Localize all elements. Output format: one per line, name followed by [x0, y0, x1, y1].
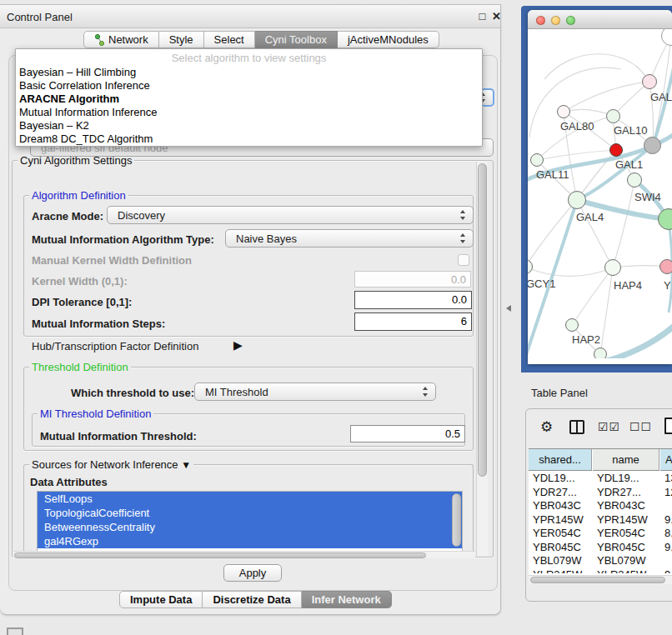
node-hap4[interactable] [604, 259, 621, 276]
algorithm-option[interactable]: Mutual Information Inference [16, 106, 482, 119]
table-row[interactable]: YBR045C YBR045C 9. [529, 541, 672, 555]
algorithm-option[interactable]: Bayesian – Hill Climbing [16, 66, 482, 79]
cell-shared-name: YBR043C [529, 499, 592, 513]
node[interactable] [659, 259, 672, 274]
node-gal10[interactable] [606, 109, 620, 123]
tab-infer-network[interactable]: Infer Network [302, 591, 392, 608]
table-row[interactable]: YBL079W YBL079W [529, 554, 672, 568]
tab-style[interactable]: Style [159, 31, 204, 48]
expanded-arrow-icon[interactable]: ▼ [181, 459, 191, 471]
cell-name: YPR145W [593, 513, 659, 528]
data-attributes-list: SelfLoops TopologicalCoefficient Between… [37, 491, 463, 552]
tab-jactivemnodules[interactable]: jActiveMNodules [338, 31, 439, 48]
tab-label: Impute Data [130, 593, 192, 606]
node[interactable] [644, 137, 661, 154]
attribute-item[interactable]: gal4RGexp [38, 534, 462, 548]
table-hscrollbar-thumb[interactable] [530, 577, 665, 583]
table-panel-title: Table Panel [531, 387, 588, 399]
settings-hscrollbar-thumb[interactable] [14, 552, 426, 558]
file-icon[interactable] [664, 418, 672, 434]
close-icon[interactable]: ✕ [490, 10, 503, 22]
apply-button[interactable]: Apply [223, 564, 282, 582]
node-swi4[interactable] [627, 172, 642, 188]
column-header-name[interactable]: name [593, 449, 659, 471]
node-hap2[interactable] [565, 318, 579, 332]
table-row[interactable]: YDL19... YDL19... 13 [529, 472, 672, 486]
cell-name: YDR27... [593, 486, 659, 500]
aracne-mode-combo[interactable]: Discovery [107, 206, 474, 224]
mi-threshold-group-title: MI Threshold Definition [38, 408, 153, 420]
float-icon[interactable]: □ [476, 10, 489, 22]
node-label: HAP2 [572, 333, 600, 346]
dock-panel-icon[interactable] [7, 628, 23, 635]
settings-horizontal-scrollbar[interactable] [13, 551, 475, 558]
attribute-item[interactable]: SelfLoops [38, 492, 462, 506]
tab-impute-data[interactable]: Impute Data [119, 591, 203, 608]
cell-shared-name: YDR27... [529, 486, 592, 500]
network-window-titlebar [528, 10, 672, 29]
algorithm-option[interactable]: Basic Correlation Inference [16, 79, 482, 92]
deselect-all-columns-icon[interactable]: ☐☐ [629, 420, 652, 433]
mi-steps-field[interactable]: 6 [354, 312, 472, 331]
tab-label: Infer Network [312, 593, 381, 606]
cell-name: YBR045C [593, 541, 659, 555]
node[interactable] [642, 74, 657, 89]
attributes-list-scrollbar[interactable] [451, 492, 462, 552]
settings-scrollbar-thumb[interactable] [478, 163, 487, 477]
node-label: GAL11 [536, 168, 569, 181]
attribute-item[interactable]: BetweennessCentrality [38, 520, 462, 534]
node-label: GAL10 [614, 124, 647, 137]
mi-type-value: Naive Bayes [236, 232, 297, 245]
sources-group-title: Sources for Network Inference ▼ [29, 458, 193, 471]
mi-type-combo[interactable]: Naive Bayes [225, 229, 474, 248]
zoom-traffic-light-icon[interactable] [566, 16, 575, 25]
node-label: HAP4 [614, 279, 642, 292]
table-horizontal-scrollbar[interactable] [529, 575, 672, 584]
column-header-shared-name[interactable]: shared... [529, 449, 592, 471]
algorithm-option-selected[interactable]: ARACNE Algorithm [16, 92, 482, 106]
node[interactable] [594, 348, 607, 358]
cell-extra: 9. [660, 568, 672, 574]
algorithm-option[interactable]: Dream8 DC_TDC Algorithm [16, 132, 482, 146]
cell-name: YER054C [593, 527, 659, 541]
table-row[interactable]: YDR27... YDR27... 12 [529, 486, 672, 500]
which-threshold-combo[interactable]: MI Threshold [194, 382, 436, 401]
node-gal11[interactable] [530, 153, 544, 167]
attributes-scrollbar-thumb[interactable] [452, 493, 461, 547]
manual-kernel-label: Manual Kernel Width Definition [32, 254, 192, 267]
split-pane-collapse-icon[interactable] [506, 305, 511, 312]
collapsed-arrow-icon[interactable]: ▶ [233, 338, 243, 352]
algorithm-option[interactable]: Bayesian – K2 [16, 119, 482, 132]
attribute-item[interactable]: TopologicalCoefficient [38, 506, 462, 520]
node-gal1[interactable] [609, 143, 623, 157]
table-row[interactable]: YPR145W YPR145W 9. [529, 513, 672, 528]
table-row[interactable]: YER054C YER054C 8. [529, 527, 672, 541]
hub-section-label[interactable]: Hub/Transcription Factor Definition [32, 340, 198, 352]
tab-select[interactable]: Select [204, 31, 255, 48]
dpi-tolerance-field[interactable]: 0.0 [354, 291, 472, 309]
control-panel-window: Control Panel □ ✕ Network Style Select C… [0, 4, 501, 615]
table-row[interactable]: YBR043C YBR043C [529, 499, 672, 513]
table-row[interactable]: YLR345W YLR345W 9. [529, 568, 672, 574]
tab-discretize-data[interactable]: Discretize Data [203, 591, 301, 608]
node-label: GAL80 [560, 120, 594, 132]
manual-kernel-checkbox[interactable] [458, 254, 469, 266]
tab-cyni-toolbox[interactable]: Cyni Toolbox [255, 31, 338, 48]
close-traffic-light-icon[interactable] [536, 16, 545, 25]
sources-title-text: Sources for Network Inference [32, 458, 178, 471]
cell-name: YBL079W [593, 554, 659, 568]
node-gal80[interactable] [557, 105, 570, 118]
select-all-columns-icon[interactable]: ☑☑ [598, 420, 620, 433]
algorithm-definition-title: Algorithm Definition [29, 189, 128, 202]
tab-network[interactable]: Network [83, 31, 159, 48]
cell-name: YBR043C [593, 499, 659, 513]
columns-icon[interactable] [569, 420, 584, 434]
node-gal4[interactable] [568, 191, 586, 209]
minimize-traffic-light-icon[interactable] [551, 16, 560, 25]
kernel-width-field[interactable]: 0.0 [354, 271, 471, 288]
settings-vertical-scrollbar[interactable] [476, 162, 488, 556]
column-header-extra[interactable]: A [660, 449, 672, 471]
gear-icon[interactable]: ⚙ [540, 418, 553, 436]
network-canvas[interactable]: GAL GAL80 GAL10 GAL1 GAL11 SWI4 GAL4 GCY… [528, 29, 672, 358]
mi-threshold-field[interactable]: 0.5 [350, 425, 465, 442]
